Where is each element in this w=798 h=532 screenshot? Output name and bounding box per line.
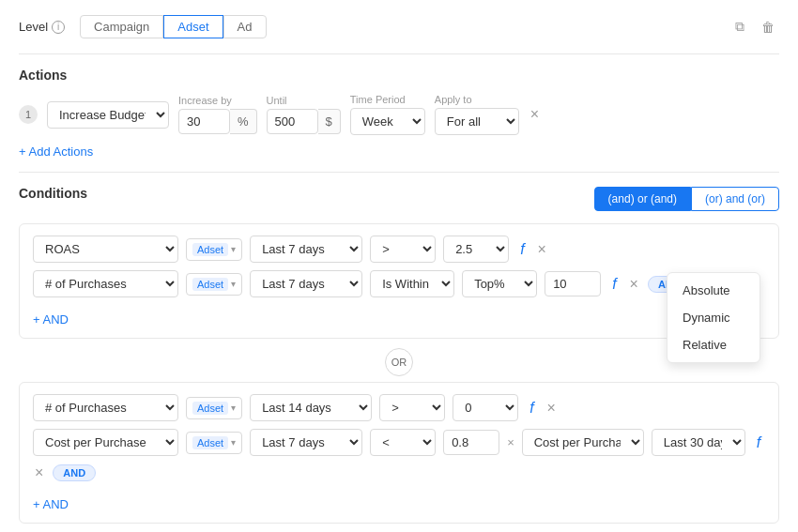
tag-chevron-purchases1: ▾ xyxy=(231,279,236,289)
remove-purchases2-btn[interactable]: × xyxy=(545,399,558,418)
func-btn-purchases1[interactable]: f xyxy=(608,274,620,295)
and-badge-2[interactable]: AND xyxy=(53,464,96,481)
delete-icon[interactable]: 🗑 xyxy=(757,16,779,38)
level-tag-cost[interactable]: Adset ▾ xyxy=(186,432,242,454)
conditions-title: Conditions xyxy=(19,186,87,201)
until-unit: $ xyxy=(318,109,341,134)
condition-row-cost: Cost per Purchase ROAS # of Purchases Ad… xyxy=(33,429,765,482)
toggle-and-or-and[interactable]: (and) or (and) xyxy=(594,187,691,211)
condition-row-roas: ROAS # of Purchases Cost per Purchase Ad… xyxy=(33,236,765,263)
tab-ad[interactable]: Ad xyxy=(223,15,267,38)
remove-purchases1-btn[interactable]: × xyxy=(628,275,640,294)
timeframe-select-cost[interactable]: Last 7 days Last 14 days Last 30 days xyxy=(250,429,362,456)
level-row: Level i Campaign Adset Ad ⧉ 🗑 xyxy=(19,15,779,38)
action-select[interactable]: Increase Budget Decrease Budget Pause xyxy=(47,101,169,129)
apply-to-select[interactable]: For all Each xyxy=(435,108,519,135)
range-select-purchases1[interactable]: Top% Bottom% xyxy=(462,270,537,297)
tag-label-roas: Adset xyxy=(192,243,228,256)
multiplier-input-cost[interactable] xyxy=(443,430,499,455)
condition-row-purchases-1: # of Purchases ROAS Cost per Purchase Ad… xyxy=(33,270,765,297)
value-select-roas[interactable]: 2.5 xyxy=(443,236,509,263)
level-tabs: Campaign Adset Ad xyxy=(80,15,266,38)
tag-chevron-purchases2: ▾ xyxy=(231,403,236,413)
actions-title: Actions xyxy=(19,68,779,83)
timeframe-select-purchases1[interactable]: Last 7 days Last 14 days Last 30 days xyxy=(250,270,362,297)
dropdown-item-dynamic[interactable]: Dynamic xyxy=(668,304,760,331)
increase-by-group: Increase by % xyxy=(178,95,257,134)
increase-by-input-group: % xyxy=(178,109,257,134)
add-and-btn-1[interactable]: + AND xyxy=(33,312,69,327)
condition-row-purchases-2: # of Purchases ROAS Cost per Purchase Ad… xyxy=(33,394,765,421)
level-text: Level xyxy=(19,20,48,34)
value-input-purchases1[interactable] xyxy=(545,271,601,296)
or-circle: OR xyxy=(385,348,413,376)
tag-label-cost: Adset xyxy=(192,436,228,449)
add-actions-btn[interactable]: + Add Actions xyxy=(19,144,779,159)
increase-by-label: Increase by xyxy=(178,95,257,106)
op-select-cost[interactable]: < > = xyxy=(370,429,436,456)
action-select-group: Increase Budget Decrease Budget Pause xyxy=(47,101,169,129)
value-select-purchases2[interactable]: 0 xyxy=(453,394,518,421)
action-remove-btn[interactable]: × xyxy=(529,105,541,124)
condition-toggle: (and) or (and) (or) and (or) xyxy=(594,187,779,211)
until-input[interactable] xyxy=(267,109,318,134)
conditions-header: Conditions (and) or (and) (or) and (or) xyxy=(19,186,779,212)
or-divider: OR xyxy=(19,348,779,376)
tag-label-purchases1: Adset xyxy=(192,278,228,291)
metric-select-purchases2[interactable]: # of Purchases ROAS Cost per Purchase xyxy=(33,394,178,421)
func-btn-roas[interactable]: f xyxy=(516,239,528,260)
times-symbol: × xyxy=(507,435,514,449)
metric-select-roas[interactable]: ROAS # of Purchases Cost per Purchase xyxy=(33,236,178,263)
remove-cost-btn[interactable]: × xyxy=(33,464,45,482)
until-group: Until $ xyxy=(267,95,341,134)
copy-icon[interactable]: ⧉ xyxy=(729,16,751,38)
op-select-purchases2[interactable]: > < = xyxy=(379,394,445,421)
tag-chevron-roas: ▾ xyxy=(231,244,236,254)
compare-metric-select[interactable]: Cost per Purchase ROAS xyxy=(522,429,644,456)
increase-by-input[interactable] xyxy=(178,109,230,134)
tab-campaign[interactable]: Campaign xyxy=(80,15,163,38)
action-row-num: 1 xyxy=(19,105,38,124)
op-select-purchases1[interactable]: Is Within > < xyxy=(370,270,454,297)
apply-to-group: Apply to For all Each xyxy=(435,94,519,135)
main-container: Level i Campaign Adset Ad ⧉ 🗑 Actions 1 … xyxy=(0,0,798,532)
timeframe-select-roas[interactable]: Last 7 days Last 14 days Last 30 days xyxy=(250,236,362,263)
condition-block-1: ROAS # of Purchases Cost per Purchase Ad… xyxy=(19,223,779,339)
remove-roas-btn[interactable]: × xyxy=(536,240,548,259)
time-period-select[interactable]: Week Day Month xyxy=(350,108,425,135)
until-input-group: $ xyxy=(267,109,341,134)
level-tag-purchases1[interactable]: Adset ▾ xyxy=(186,273,242,296)
metric-select-purchases1[interactable]: # of Purchases ROAS Cost per Purchase xyxy=(33,270,178,297)
time-period-label: Time Period xyxy=(350,94,425,105)
until-label: Until xyxy=(267,95,341,106)
level-label: Level i xyxy=(19,20,65,34)
increase-by-unit: % xyxy=(230,109,257,134)
tag-label-purchases2: Adset xyxy=(192,402,228,415)
compare-timeframe-select[interactable]: Last 30 days Last 7 days Last 14 days xyxy=(652,429,745,456)
func-btn-purchases2[interactable]: f xyxy=(526,398,537,418)
metric-select-cost[interactable]: Cost per Purchase ROAS # of Purchases xyxy=(33,429,178,456)
op-select-roas[interactable]: > < = xyxy=(370,236,436,263)
func-btn-cost[interactable]: f xyxy=(753,433,764,453)
level-info-icon: i xyxy=(52,21,65,34)
add-and-btn-2[interactable]: + AND xyxy=(33,497,69,511)
level-tag-roas[interactable]: Adset ▾ xyxy=(186,238,242,261)
dropdown-menu: Absolute Dynamic Relative xyxy=(667,272,760,363)
tab-adset[interactable]: Adset xyxy=(163,15,223,38)
dropdown-item-relative[interactable]: Relative xyxy=(668,331,760,358)
apply-to-label: Apply to xyxy=(435,94,519,105)
tag-chevron-cost: ▾ xyxy=(231,437,236,448)
level-tag-purchases2[interactable]: Adset ▾ xyxy=(186,397,242,419)
level-icons: ⧉ 🗑 xyxy=(729,16,779,38)
toggle-or-and-or[interactable]: (or) and (or) xyxy=(691,187,779,211)
actions-row: 1 Increase Budget Decrease Budget Pause … xyxy=(19,94,779,135)
time-period-group: Time Period Week Day Month xyxy=(350,94,425,135)
timeframe-select-purchases2[interactable]: Last 14 days Last 7 days Last 30 days xyxy=(250,394,372,421)
dropdown-item-absolute[interactable]: Absolute xyxy=(668,277,760,304)
condition-block-2: # of Purchases ROAS Cost per Purchase Ad… xyxy=(19,382,779,524)
